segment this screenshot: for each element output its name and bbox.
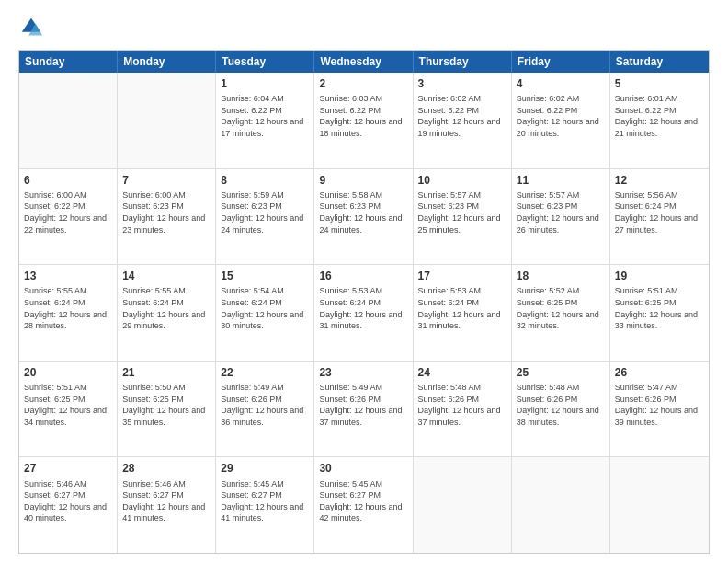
calendar-cell: 21Sunrise: 5:50 AM Sunset: 6:25 PM Dayli… <box>118 362 216 457</box>
header-day-thursday: Thursday <box>414 51 512 73</box>
day-number: 16 <box>319 269 407 283</box>
day-number: 1 <box>221 76 309 91</box>
day-info: Sunrise: 5:53 AM Sunset: 6:24 PM Dayligh… <box>319 285 407 331</box>
day-info: Sunrise: 6:01 AM Sunset: 6:22 PM Dayligh… <box>615 93 704 139</box>
calendar-cell: 22Sunrise: 5:49 AM Sunset: 6:26 PM Dayli… <box>216 362 314 457</box>
day-number: 7 <box>122 173 210 188</box>
calendar-cell: 11Sunrise: 5:57 AM Sunset: 6:23 PM Dayli… <box>512 169 610 265</box>
day-info: Sunrise: 5:48 AM Sunset: 6:26 PM Dayligh… <box>517 382 605 428</box>
day-info: Sunrise: 6:02 AM Sunset: 6:22 PM Dayligh… <box>418 93 506 139</box>
calendar-cell: 10Sunrise: 5:57 AM Sunset: 6:23 PM Dayli… <box>414 169 512 265</box>
day-info: Sunrise: 5:52 AM Sunset: 6:25 PM Dayligh… <box>517 285 605 331</box>
day-number: 27 <box>24 461 112 476</box>
day-info: Sunrise: 5:47 AM Sunset: 6:26 PM Dayligh… <box>615 382 704 428</box>
day-info: Sunrise: 5:58 AM Sunset: 6:23 PM Dayligh… <box>319 190 407 236</box>
day-number: 5 <box>615 76 704 91</box>
day-number: 17 <box>418 269 506 283</box>
calendar-cell: 14Sunrise: 5:55 AM Sunset: 6:24 PM Dayli… <box>118 265 216 361</box>
day-info: Sunrise: 5:46 AM Sunset: 6:27 PM Dayligh… <box>24 478 112 524</box>
calendar-cell: 16Sunrise: 5:53 AM Sunset: 6:24 PM Dayli… <box>314 265 413 361</box>
day-number: 12 <box>615 173 704 188</box>
calendar-cell: 25Sunrise: 5:48 AM Sunset: 6:26 PM Dayli… <box>512 362 610 457</box>
day-info: Sunrise: 6:00 AM Sunset: 6:22 PM Dayligh… <box>24 190 112 236</box>
header-day-tuesday: Tuesday <box>216 51 314 73</box>
calendar-cell: 2Sunrise: 6:03 AM Sunset: 6:22 PM Daylig… <box>314 73 413 168</box>
calendar-header: SundayMondayTuesdayWednesdayThursdayFrid… <box>19 51 709 73</box>
day-info: Sunrise: 6:03 AM Sunset: 6:22 PM Dayligh… <box>319 93 407 139</box>
calendar-cell: 13Sunrise: 5:55 AM Sunset: 6:24 PM Dayli… <box>19 265 118 361</box>
calendar-cell: 20Sunrise: 5:51 AM Sunset: 6:25 PM Dayli… <box>19 362 118 457</box>
calendar-cell: 24Sunrise: 5:48 AM Sunset: 6:26 PM Dayli… <box>414 362 512 457</box>
day-info: Sunrise: 5:57 AM Sunset: 6:23 PM Dayligh… <box>418 190 506 236</box>
header-day-friday: Friday <box>512 51 610 73</box>
day-info: Sunrise: 5:54 AM Sunset: 6:24 PM Dayligh… <box>221 285 309 331</box>
calendar-cell: 18Sunrise: 5:52 AM Sunset: 6:25 PM Dayli… <box>512 265 610 361</box>
calendar-cell <box>414 457 512 553</box>
day-number: 26 <box>615 365 704 380</box>
day-number: 13 <box>24 269 112 283</box>
day-info: Sunrise: 5:53 AM Sunset: 6:24 PM Dayligh… <box>418 285 506 331</box>
calendar-cell: 9Sunrise: 5:58 AM Sunset: 6:23 PM Daylig… <box>314 169 413 265</box>
calendar-cell: 17Sunrise: 5:53 AM Sunset: 6:24 PM Dayli… <box>414 265 512 361</box>
day-number: 29 <box>221 461 309 476</box>
day-number: 24 <box>418 365 506 380</box>
day-info: Sunrise: 5:50 AM Sunset: 6:25 PM Dayligh… <box>122 382 210 428</box>
day-info: Sunrise: 5:46 AM Sunset: 6:27 PM Dayligh… <box>122 478 210 524</box>
calendar-cell: 12Sunrise: 5:56 AM Sunset: 6:24 PM Dayli… <box>610 169 709 265</box>
day-info: Sunrise: 5:56 AM Sunset: 6:24 PM Dayligh… <box>615 190 704 236</box>
logo-icon <box>18 15 44 40</box>
day-info: Sunrise: 5:45 AM Sunset: 6:27 PM Dayligh… <box>319 478 407 524</box>
day-info: Sunrise: 5:45 AM Sunset: 6:27 PM Dayligh… <box>221 478 309 524</box>
logo <box>18 15 48 40</box>
header-day-wednesday: Wednesday <box>314 51 413 73</box>
calendar-cell: 27Sunrise: 5:46 AM Sunset: 6:27 PM Dayli… <box>19 457 118 553</box>
calendar-cell: 4Sunrise: 6:02 AM Sunset: 6:22 PM Daylig… <box>512 73 610 168</box>
day-number: 23 <box>319 365 407 380</box>
day-number: 22 <box>221 365 309 380</box>
day-number: 15 <box>221 269 309 283</box>
header-day-monday: Monday <box>118 51 216 73</box>
day-number: 18 <box>517 269 605 283</box>
day-info: Sunrise: 6:04 AM Sunset: 6:22 PM Dayligh… <box>221 93 309 139</box>
calendar-cell: 1Sunrise: 6:04 AM Sunset: 6:22 PM Daylig… <box>216 73 314 168</box>
day-info: Sunrise: 6:02 AM Sunset: 6:22 PM Dayligh… <box>517 93 605 139</box>
day-info: Sunrise: 5:48 AM Sunset: 6:26 PM Dayligh… <box>418 382 506 428</box>
calendar-row-3: 13Sunrise: 5:55 AM Sunset: 6:24 PM Dayli… <box>19 265 709 362</box>
day-number: 10 <box>418 173 506 188</box>
day-info: Sunrise: 5:51 AM Sunset: 6:25 PM Dayligh… <box>615 285 704 331</box>
header <box>18 15 710 40</box>
day-number: 14 <box>122 269 210 283</box>
calendar-cell: 19Sunrise: 5:51 AM Sunset: 6:25 PM Dayli… <box>610 265 709 361</box>
calendar-cell <box>512 457 610 553</box>
calendar-body: 1Sunrise: 6:04 AM Sunset: 6:22 PM Daylig… <box>19 73 709 553</box>
day-info: Sunrise: 5:51 AM Sunset: 6:25 PM Dayligh… <box>24 382 112 428</box>
day-number: 3 <box>418 76 506 91</box>
day-number: 4 <box>517 76 605 91</box>
day-number: 2 <box>319 76 407 91</box>
calendar-cell: 30Sunrise: 5:45 AM Sunset: 6:27 PM Dayli… <box>314 457 413 553</box>
day-number: 30 <box>319 461 407 476</box>
day-info: Sunrise: 5:57 AM Sunset: 6:23 PM Dayligh… <box>517 190 605 236</box>
calendar-cell: 8Sunrise: 5:59 AM Sunset: 6:23 PM Daylig… <box>216 169 314 265</box>
day-number: 20 <box>24 365 112 380</box>
calendar: SundayMondayTuesdayWednesdayThursdayFrid… <box>18 50 710 554</box>
day-number: 25 <box>517 365 605 380</box>
calendar-cell: 28Sunrise: 5:46 AM Sunset: 6:27 PM Dayli… <box>118 457 216 553</box>
day-info: Sunrise: 5:49 AM Sunset: 6:26 PM Dayligh… <box>221 382 309 428</box>
day-info: Sunrise: 5:59 AM Sunset: 6:23 PM Dayligh… <box>221 190 309 236</box>
calendar-row-1: 1Sunrise: 6:04 AM Sunset: 6:22 PM Daylig… <box>19 73 709 169</box>
day-number: 28 <box>122 461 210 476</box>
day-number: 6 <box>24 173 112 188</box>
day-info: Sunrise: 6:00 AM Sunset: 6:23 PM Dayligh… <box>122 190 210 236</box>
calendar-cell: 3Sunrise: 6:02 AM Sunset: 6:22 PM Daylig… <box>414 73 512 168</box>
calendar-cell: 15Sunrise: 5:54 AM Sunset: 6:24 PM Dayli… <box>216 265 314 361</box>
page: SundayMondayTuesdayWednesdayThursdayFrid… <box>0 0 728 563</box>
calendar-cell: 23Sunrise: 5:49 AM Sunset: 6:26 PM Dayli… <box>314 362 413 457</box>
calendar-cell: 7Sunrise: 6:00 AM Sunset: 6:23 PM Daylig… <box>118 169 216 265</box>
calendar-row-5: 27Sunrise: 5:46 AM Sunset: 6:27 PM Dayli… <box>19 457 709 553</box>
header-day-sunday: Sunday <box>19 51 118 73</box>
calendar-cell: 29Sunrise: 5:45 AM Sunset: 6:27 PM Dayli… <box>216 457 314 553</box>
calendar-cell: 6Sunrise: 6:00 AM Sunset: 6:22 PM Daylig… <box>19 169 118 265</box>
calendar-cell <box>610 457 709 553</box>
calendar-row-4: 20Sunrise: 5:51 AM Sunset: 6:25 PM Dayli… <box>19 362 709 458</box>
